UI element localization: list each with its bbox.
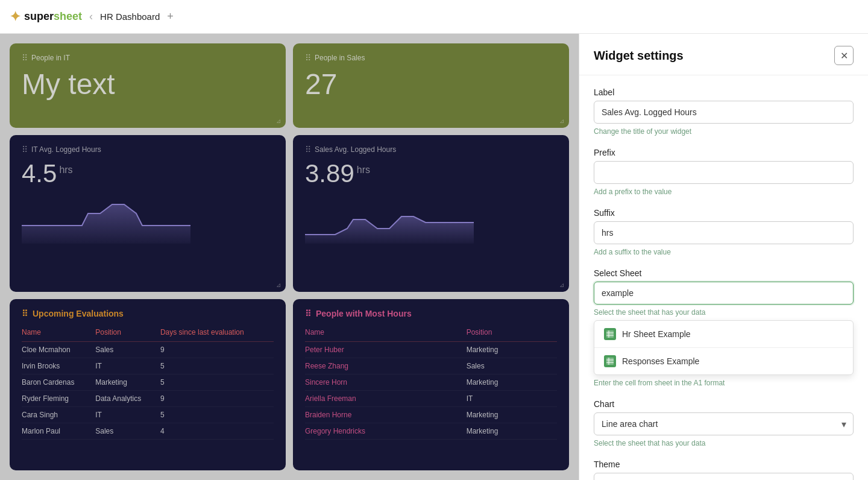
- table-row: Braiden HorneMarketing: [305, 407, 557, 423]
- table-cell: Marketing: [95, 374, 160, 391]
- people-most-hours-title: ⠿ People with Most Hours: [305, 309, 557, 318]
- sheet-option-hr-label: Hr Sheet Example: [622, 329, 691, 339]
- table-cell: Ariella Freeman: [305, 391, 467, 407]
- table-cell: Irvin Brooks: [22, 358, 95, 374]
- sheet-options-dropdown: Hr Sheet Example Responses Example: [594, 320, 854, 375]
- top-navigation: ✦ supersheet ‹ HR Dashboard +: [0, 0, 868, 34]
- drag-handle-icon[interactable]: ⠿: [305, 145, 311, 154]
- people-most-hours-table: Name Position Peter HuberMarketingReese …: [305, 326, 557, 440]
- drag-handle-icon[interactable]: ⠿: [22, 309, 28, 318]
- table-cell: Data Analytics: [95, 391, 160, 407]
- label-field-label: Label: [594, 87, 854, 97]
- table-cell: Cara Singh: [22, 407, 95, 423]
- table-cell: Baron Cardenas: [22, 374, 95, 391]
- people-most-hours-card: ⠿ People with Most Hours Name Position P…: [293, 299, 569, 470]
- table-cell: Peter Huber: [305, 342, 467, 358]
- people-in-sales-card: ⠿ People in Sales 27 ⊿: [293, 43, 569, 128]
- card-it-label: ⠿ People in IT: [22, 53, 274, 63]
- select-sheet-hint: Select the sheet that has your data: [594, 308, 854, 317]
- chart-field-group: Chart Line area chart Bar chart Line cha…: [594, 399, 854, 447]
- card-sales-hours-label: ⠿ Sales Avg. Logged Hours: [305, 145, 557, 154]
- it-mini-chart: [22, 195, 274, 246]
- sales-avg-hours-card: ⠿ Sales Avg. Logged Hours 3.89hrs: [293, 135, 569, 292]
- select-sheet-label: Select Sheet: [594, 268, 854, 278]
- table-cell: Sales: [467, 358, 557, 374]
- card-sales-value: 27: [305, 68, 557, 101]
- chart-select[interactable]: Line area chart Bar chart Line chart: [594, 412, 854, 435]
- card-it-value: My text: [22, 68, 274, 101]
- chart-select-wrapper: Line area chart Bar chart Line chart ▾: [594, 412, 854, 435]
- table-row: Ariella FreemanIT: [305, 391, 557, 407]
- svg-rect-4: [606, 358, 614, 365]
- chart-field-label: Chart: [594, 399, 854, 409]
- prefix-field-label: Prefix: [594, 148, 854, 157]
- page-title: HR Dashboard: [100, 11, 160, 22]
- upcoming-evaluations-table: Name Position Days since last evaluation…: [22, 326, 274, 440]
- drag-handle-icon[interactable]: ⠿: [22, 145, 28, 154]
- panel-title: Widget settings: [594, 49, 684, 63]
- upcoming-evaluations-title: ⠿ Upcoming Evaluations: [22, 309, 274, 318]
- select-sheet-field-group: Select Sheet Select the sheet that has y…: [594, 268, 854, 387]
- table-cell: Marlon Paul: [22, 423, 95, 440]
- card-sales-label: ⠿ People in Sales: [305, 53, 557, 63]
- table-cell: Ryder Fleming: [22, 391, 95, 407]
- table-cell: Gregory Hendricks: [305, 423, 467, 440]
- table-row: Marlon PaulSales4: [22, 423, 274, 440]
- resize-handle-icon: ⊿: [276, 118, 281, 124]
- panel-body: Label Change the title of your widget Pr…: [579, 75, 868, 480]
- sheet-search-input[interactable]: [594, 282, 854, 305]
- drag-handle-icon[interactable]: ⠿: [305, 53, 311, 63]
- table-row: Reese ZhangSales: [305, 358, 557, 374]
- label-field-hint: Change the title of your widget: [594, 127, 854, 136]
- col-days-header: Days since last evaluation: [160, 326, 274, 342]
- table-cell: Braiden Horne: [305, 407, 467, 423]
- theme-field-label: Theme: [594, 459, 854, 469]
- table-cell: 5: [160, 358, 274, 374]
- prefix-field-group: Prefix Add a prefix to the value: [594, 148, 854, 196]
- drag-handle-icon[interactable]: ⠿: [305, 309, 311, 318]
- table-row: Irvin BrooksIT5: [22, 358, 274, 374]
- suffix-input[interactable]: [594, 221, 854, 244]
- sheet-option-hr[interactable]: Hr Sheet Example: [594, 321, 853, 348]
- cell-format-hint: Enter the cell from sheet in the A1 form…: [594, 379, 854, 387]
- table-row: Gregory HendricksMarketing: [305, 423, 557, 440]
- it-avg-hours-card: ⠿ IT Avg. Logged Hours 4.5hrs: [10, 135, 286, 292]
- nav-back-arrow[interactable]: ‹: [89, 10, 93, 23]
- main-content: ⠿ People in IT My text ⊿ ⠿ People in Sal…: [0, 34, 868, 480]
- add-tab-button[interactable]: +: [167, 10, 174, 23]
- label-input[interactable]: [594, 101, 854, 124]
- table-cell: IT: [467, 391, 557, 407]
- col-position2-header: Position: [467, 326, 557, 342]
- table-row: Cloe McmahonSales9: [22, 342, 274, 358]
- suffix-field-group: Suffix Add a suffix to the value: [594, 208, 854, 256]
- table-cell: IT: [95, 358, 160, 374]
- dashboard-area: ⠿ People in IT My text ⊿ ⠿ People in Sal…: [0, 34, 579, 480]
- table-cell: Marketing: [467, 374, 557, 391]
- label-field-group: Label Change the title of your widget: [594, 87, 854, 136]
- theme-select-wrapper: night day custom ▾: [594, 473, 854, 480]
- table-cell: Marketing: [467, 342, 557, 358]
- sheet-option-responses-label: Responses Example: [622, 356, 699, 366]
- card-it-hours-label: ⠿ IT Avg. Logged Hours: [22, 145, 274, 154]
- theme-field-group: Theme night day custom ▾: [594, 459, 854, 480]
- col-position-header: Position: [95, 326, 160, 342]
- resize-handle-icon: ⊿: [559, 282, 564, 288]
- table-cell: Cloe Mcmahon: [22, 342, 95, 358]
- col-name-header: Name: [22, 326, 95, 342]
- theme-select[interactable]: night day custom: [594, 473, 854, 480]
- table-cell: Sincere Horn: [305, 374, 467, 391]
- logo: ✦ supersheet: [10, 9, 82, 25]
- close-button[interactable]: ✕: [834, 46, 854, 65]
- sheet-icon: [604, 328, 616, 340]
- table-cell: 5: [160, 374, 274, 391]
- widget-settings-panel: Widget settings ✕ Label Change the title…: [579, 34, 868, 480]
- sheet-option-responses[interactable]: Responses Example: [594, 348, 853, 374]
- suffix-field-label: Suffix: [594, 208, 854, 218]
- upcoming-evaluations-card: ⠿ Upcoming Evaluations Name Position Day…: [10, 299, 286, 470]
- table-cell: 4: [160, 423, 274, 440]
- card-it-hours-value: 4.5hrs: [22, 159, 274, 188]
- table-cell: 9: [160, 342, 274, 358]
- prefix-input[interactable]: [594, 161, 854, 184]
- table-cell: 5: [160, 407, 274, 423]
- drag-handle-icon[interactable]: ⠿: [22, 53, 28, 63]
